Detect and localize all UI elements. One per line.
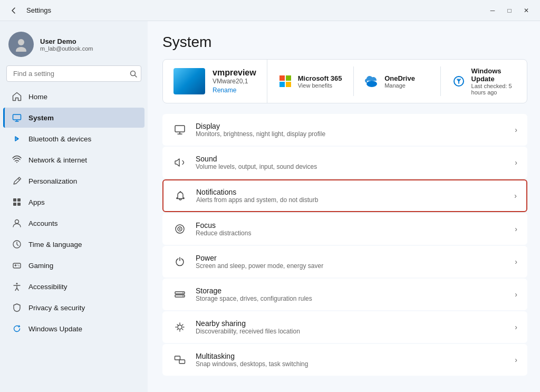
accessibility-icon (12, 281, 22, 292)
svg-point-40 (178, 325, 182, 329)
user-name: User Demo (40, 37, 93, 45)
settings-item-multitasking[interactable]: Multitasking Snap windows, desktops, tas… (162, 344, 527, 376)
nav-item-bluetooth[interactable]: Bluetooth & devices (3, 129, 144, 149)
multitasking-text: Multitasking Snap windows, desktops, tas… (196, 352, 506, 368)
minimize-button[interactable]: ─ (485, 3, 500, 18)
settings-item-focus[interactable]: Focus Reduce distractions › (162, 213, 527, 245)
storage-sub: Storage space, drives, configuration rul… (196, 295, 506, 302)
device-info: vmpreview VMware20,1 Rename (213, 68, 256, 94)
nav-label-time: Time & language (28, 241, 82, 248)
settings-item-sound[interactable]: Sound Volume levels, output, input, soun… (162, 147, 527, 178)
notifications-text: Notifications Alerts from apps and syste… (196, 188, 506, 204)
svg-rect-13 (13, 263, 21, 268)
privacy-icon (12, 302, 22, 313)
service-card-wupdate[interactable]: Windows Update Last checked: 5 hours ago (441, 60, 527, 103)
focus-sub: Reduce distractions (196, 230, 506, 237)
back-button[interactable] (6, 3, 21, 18)
user-info: User Demo m_lab@outlook.com (40, 37, 93, 52)
svg-line-3 (135, 75, 137, 77)
svg-rect-42 (179, 360, 185, 364)
nav-item-accessibility[interactable]: Accessibility (3, 276, 144, 297)
nav-label-accounts: Accounts (28, 219, 58, 227)
power-text: Power Screen and sleep, power mode, ener… (196, 254, 506, 270)
nav-label-home: Home (28, 93, 47, 101)
multitasking-chevron: › (515, 356, 517, 364)
service-card-onedrive[interactable]: OneDrive Manage (354, 66, 440, 96)
svg-point-27 (367, 81, 377, 87)
nav-label-windowsupdate: Windows Update (28, 325, 82, 333)
nav-item-network[interactable]: Network & internet (3, 150, 144, 170)
nearby-text: Nearby sharing Discoverability, received… (196, 319, 506, 335)
main-content: System vmpreview VMware20,1 Rename (148, 21, 540, 392)
m365-sub: View benefits (298, 82, 342, 89)
storage-text: Storage Storage space, drives, configura… (196, 286, 506, 302)
time-icon (12, 239, 22, 250)
search-box (6, 65, 141, 82)
power-sub: Screen and sleep, power mode, energy sav… (196, 262, 506, 270)
nav-item-time[interactable]: Time & language (3, 234, 144, 254)
svg-rect-23 (279, 75, 285, 81)
nav-label-gaming: Gaming (28, 262, 53, 270)
device-rename-link[interactable]: Rename (213, 87, 236, 94)
app-title: Settings (26, 6, 51, 14)
user-email: m_lab@outlook.com (40, 45, 93, 52)
gaming-icon (12, 260, 22, 271)
svg-line-21 (15, 288, 17, 291)
svg-rect-30 (175, 126, 185, 132)
multitasking-icon (172, 352, 187, 367)
settings-item-notifications[interactable]: Notifications Alerts from apps and syste… (162, 179, 527, 212)
svg-rect-9 (13, 203, 16, 206)
svg-point-11 (15, 220, 19, 224)
nav-item-gaming[interactable]: Gaming (3, 255, 144, 275)
nav-item-windowsupdate[interactable]: Windows Update (3, 319, 144, 339)
nav-item-system[interactable]: System (3, 108, 144, 128)
svg-point-0 (18, 39, 24, 45)
nav-item-privacy[interactable]: Privacy & security (3, 298, 144, 318)
nav-item-personalization[interactable]: Personalization (3, 171, 144, 191)
settings-item-power[interactable]: Power Screen and sleep, power mode, ener… (162, 246, 527, 278)
update-icon (12, 323, 22, 334)
nav-item-accounts[interactable]: Accounts (3, 213, 144, 233)
paint-icon (12, 176, 22, 186)
nav-item-apps[interactable]: Apps (3, 192, 144, 212)
focus-icon (172, 222, 187, 236)
nearby-chevron: › (515, 323, 517, 331)
m365-info: Microsoft 365 View benefits (298, 74, 342, 89)
multitasking-sub: Snap windows, desktops, task switching (196, 360, 506, 368)
nav-label-network: Network & internet (28, 156, 87, 164)
sound-chevron: › (515, 158, 517, 167)
settings-list: Display Monitors, brightness, night ligh… (162, 114, 527, 376)
search-icon (130, 70, 137, 78)
search-input[interactable] (6, 65, 141, 82)
nav-label-bluetooth: Bluetooth & devices (28, 135, 91, 143)
close-button[interactable]: ✕ (519, 3, 534, 18)
power-icon (172, 254, 187, 269)
user-profile[interactable]: User Demo m_lab@outlook.com (0, 25, 148, 65)
maximize-button[interactable]: □ (502, 3, 517, 18)
device-thumbnail (173, 68, 205, 94)
focus-chevron: › (515, 225, 517, 233)
multitasking-title: Multitasking (196, 352, 506, 360)
svg-point-17 (18, 265, 20, 266)
service-card-m365[interactable]: Microsoft 365 View benefits (267, 66, 354, 96)
page-title: System (162, 34, 527, 51)
settings-item-storage[interactable]: Storage Storage space, drives, configura… (162, 279, 527, 310)
account-icon (12, 218, 22, 228)
settings-item-nearby[interactable]: Nearby sharing Discoverability, received… (162, 311, 527, 343)
wupdate-name: Windows Update (471, 67, 516, 83)
display-chevron: › (515, 126, 517, 134)
sound-icon (172, 155, 187, 170)
nav-item-home[interactable]: Home (3, 87, 144, 107)
svg-point-38 (182, 292, 184, 293)
svg-point-1 (16, 47, 26, 52)
focus-text: Focus Reduce distractions (196, 221, 506, 237)
service-cards: Microsoft 365 View benefits OneDrive Man… (267, 60, 527, 103)
nav-label-system: System (28, 114, 54, 122)
settings-item-display[interactable]: Display Monitors, brightness, night ligh… (162, 114, 527, 146)
nearby-sub: Discoverability, received files location (196, 328, 506, 335)
storage-chevron: › (515, 290, 517, 299)
svg-rect-4 (13, 114, 21, 120)
m365-icon (278, 74, 293, 89)
nearby-icon (172, 320, 187, 334)
svg-rect-7 (13, 198, 16, 202)
